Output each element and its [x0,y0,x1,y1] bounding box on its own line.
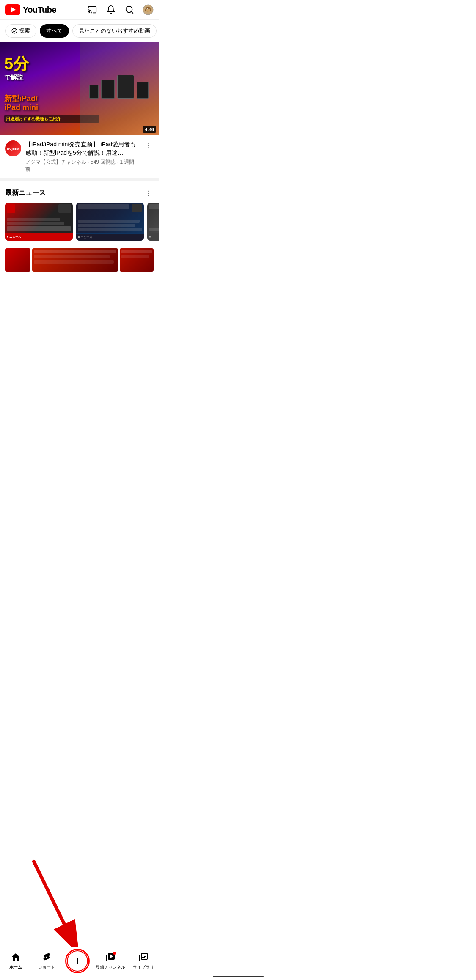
news-card-3[interactable]: ■ [147,203,159,243]
chip-all-label: すべて [46,27,63,35]
chip-unseen-label: 見たことのないおすすめ動画 [79,27,150,35]
svg-point-17 [148,145,149,146]
svg-point-9 [146,9,150,12]
news-more-button[interactable] [143,188,154,198]
channel-avatar[interactable]: nojima [5,140,21,156]
bell-icon[interactable] [105,4,116,15]
header-icons [87,4,154,15]
svg-point-19 [148,190,149,191]
video-info: nojima 【iPad/iPad mini発売直前】 iPad愛用者も感動！新… [0,135,159,178]
video-subtitle: ノジマ【公式】チャンネル · 549 回視聴 · 1 週間前 [25,159,139,173]
svg-point-13 [149,9,149,9]
avatar-icon[interactable] [143,4,154,15]
chip-all[interactable]: すべて [40,24,69,38]
lower-card-1 [5,248,30,272]
svg-point-12 [147,9,148,9]
chip-explore-label: 探索 [19,27,30,35]
video-more-button[interactable] [143,140,154,151]
svg-point-14 [12,28,17,33]
news-section-header: 最新ニュース [0,181,159,203]
app-title: YouTube [23,5,56,15]
separator: · [88,159,91,165]
featured-thumbnail[interactable]: 5分 で解説 新型iPad/iPad mini 用途別おすすめ機種もご紹介 [0,42,159,135]
news-card-2[interactable]: ■ ニュース [76,203,144,243]
scroll-spacer [0,277,159,310]
duration-badge: 4:46 [143,126,156,133]
video-title: 【iPad/iPad mini発売直前】 iPad愛用者も感動！新型iPadを5… [25,140,139,157]
svg-point-16 [148,143,149,144]
youtube-logo-icon [5,4,20,15]
svg-point-20 [148,193,149,194]
chip-explore[interactable]: 探索 [5,24,36,38]
view-count: 549 回視聴 [91,159,116,165]
news-scroll-row: ■ ニュース ■ ニュース [0,203,159,248]
chips-row: 探索 すべて 見たことのないおすすめ動画 [0,20,159,42]
search-icon[interactable] [124,4,135,15]
news-thumb-2: ■ ニュース [76,203,144,241]
featured-video-card: 5分 で解説 新型iPad/iPad mini 用途別おすすめ機種もご紹介 [0,42,159,178]
svg-point-21 [148,195,149,196]
news-thumb-1: ■ ニュース [5,203,73,241]
svg-point-18 [148,147,149,148]
news-card-1[interactable]: ■ ニュース [5,203,73,243]
section-divider [0,178,159,181]
chip-unseen[interactable]: 見たことのないおすすめ動画 [72,24,157,38]
header: YouTube [0,0,159,20]
cast-icon[interactable] [87,4,98,15]
news-section: 最新ニュース ■ ニュース [0,181,159,277]
svg-line-2 [131,11,133,13]
svg-point-7 [145,9,146,11]
main-content: 5分 で解説 新型iPad/iPad mini 用途別おすすめ機種もご紹介 [0,42,159,344]
logo-area: YouTube [5,4,56,15]
channel-name: ノジマ【公式】チャンネル [25,159,86,165]
video-meta: 【iPad/iPad mini発売直前】 iPad愛用者も感動！新型iPadを5… [25,140,139,173]
svg-point-8 [150,9,151,11]
lower-news-row [0,248,159,277]
news-section-title: 最新ニュース [5,189,46,198]
svg-marker-15 [14,30,16,32]
